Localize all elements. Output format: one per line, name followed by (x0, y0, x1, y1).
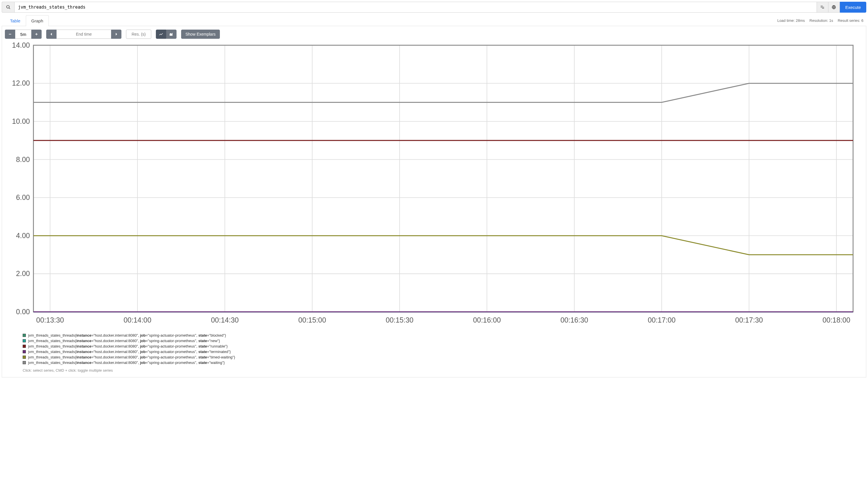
execute-button[interactable]: Execute (840, 2, 866, 12)
svg-text:00:16:30: 00:16:30 (560, 316, 588, 324)
svg-text:4.00: 4.00 (16, 231, 30, 239)
legend-label: jvm_threads_states_threads{instance="hos… (28, 333, 226, 338)
svg-text:00:14:00: 00:14:00 (123, 316, 151, 324)
legend-item[interactable]: jvm_threads_states_threads{instance="hos… (23, 354, 863, 360)
svg-text:8.00: 8.00 (16, 155, 30, 164)
tab-graph[interactable]: Graph (26, 15, 49, 26)
tab-table[interactable]: Table (5, 15, 26, 26)
svg-text:14.00: 14.00 (12, 41, 30, 49)
svg-point-0 (7, 5, 9, 8)
legend-label: jvm_threads_states_threads{instance="hos… (28, 355, 235, 359)
svg-text:0.00: 0.00 (16, 308, 30, 316)
status-result-series: Result series: 6 (838, 19, 863, 23)
legend-label: jvm_threads_states_threads{instance="hos… (28, 350, 231, 354)
legend-label: jvm_threads_states_threads{instance="hos… (28, 361, 225, 365)
legend: jvm_threads_states_threads{instance="hos… (2, 330, 866, 375)
svg-text:2.00: 2.00 (16, 269, 30, 278)
range-duration-input[interactable] (15, 30, 31, 39)
svg-line-1 (9, 8, 10, 9)
end-time-input[interactable] (57, 30, 111, 39)
status-load-time: Load time: 28ms (777, 19, 805, 23)
svg-text:00:15:30: 00:15:30 (386, 316, 414, 324)
metrics-explorer-button[interactable] (828, 2, 840, 12)
tabs-row: Table Graph Load time: 28ms Resolution: … (2, 15, 866, 26)
legend-swatch (23, 355, 26, 359)
legend-swatch (23, 339, 26, 342)
svg-text:00:13:30: 00:13:30 (36, 316, 64, 324)
chart-area: 0.002.004.006.008.0010.0012.0014.0000:13… (2, 40, 866, 330)
legend-label: jvm_threads_states_threads{instance="hos… (28, 344, 228, 348)
legend-item[interactable]: jvm_threads_states_threads{instance="hos… (23, 360, 863, 365)
time-range-group (5, 30, 42, 39)
svg-text:10.00: 10.00 (12, 117, 30, 125)
end-time-group (46, 30, 121, 39)
query-expression-input[interactable] (14, 2, 817, 12)
svg-text:12.00: 12.00 (12, 79, 30, 87)
svg-text:00:17:00: 00:17:00 (648, 316, 676, 324)
svg-text:00:18:00: 00:18:00 (823, 316, 850, 324)
time-series-chart[interactable]: 0.002.004.006.008.0010.0012.0014.0000:13… (5, 41, 861, 327)
svg-text:00:15:00: 00:15:00 (298, 316, 326, 324)
legend-item[interactable]: jvm_threads_states_threads{instance="hos… (23, 344, 863, 349)
legend-item[interactable]: jvm_threads_states_threads{instance="hos… (23, 338, 863, 344)
legend-hint: Click: select series, CMD + click: toggl… (23, 368, 863, 373)
legend-swatch (23, 350, 26, 353)
show-exemplars-button[interactable]: Show Exemplars (181, 30, 220, 39)
legend-swatch (23, 345, 26, 348)
decrease-range-button[interactable] (5, 30, 15, 39)
svg-text:00:16:00: 00:16:00 (473, 316, 501, 324)
stacked-chart-button[interactable] (166, 30, 177, 39)
graph-controls: Show Exemplars (2, 26, 866, 40)
status-resolution: Resolution: 1s (809, 19, 833, 23)
legend-label: jvm_threads_states_threads{instance="hos… (28, 339, 220, 343)
time-forward-button[interactable] (111, 30, 121, 39)
legend-item[interactable]: jvm_threads_states_threads{instance="hos… (23, 333, 863, 338)
format-query-button[interactable] (817, 2, 828, 12)
increase-range-button[interactable] (31, 30, 42, 39)
legend-item[interactable]: jvm_threads_states_threads{instance="hos… (23, 349, 863, 354)
chart-type-group (156, 30, 177, 39)
legend-swatch (23, 361, 26, 364)
svg-text:00:14:30: 00:14:30 (211, 316, 239, 324)
svg-text:6.00: 6.00 (16, 193, 30, 201)
legend-swatch (23, 334, 26, 337)
query-bar: Execute (2, 2, 866, 12)
svg-text:00:17:30: 00:17:30 (735, 316, 763, 324)
time-back-button[interactable] (46, 30, 57, 39)
search-icon (2, 2, 14, 12)
svg-rect-45 (33, 45, 853, 312)
line-chart-button[interactable] (156, 30, 166, 39)
resolution-input[interactable] (126, 30, 151, 39)
